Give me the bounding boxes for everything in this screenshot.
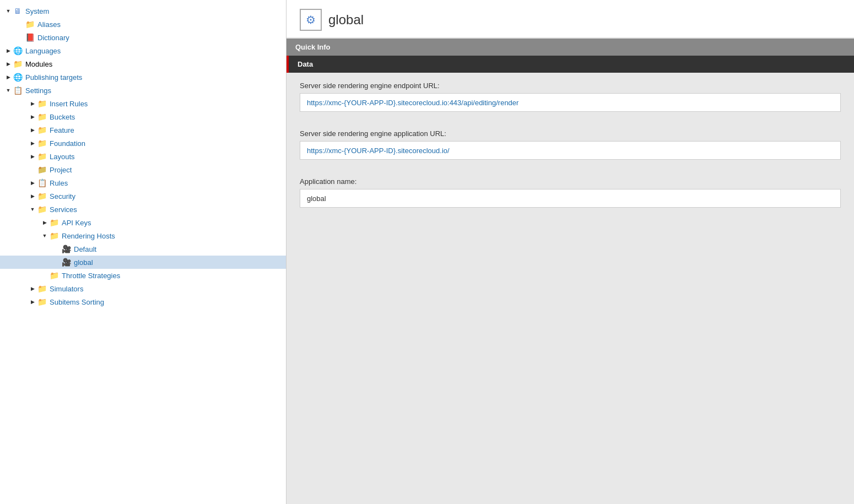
tree-item-system[interactable]: ▼🖥System [0, 4, 286, 18]
tree-item-throttle-strategies[interactable]: 📁Throttle Strategies [0, 269, 286, 282]
tree-toggle[interactable]: ▶ [29, 127, 36, 133]
tree-item-global[interactable]: 🎥global [0, 256, 286, 269]
layouts-label: Layouts [50, 153, 75, 161]
foundation-icon: 📁 [36, 138, 47, 148]
tree-toggle[interactable]: ▶ [41, 220, 48, 225]
data-section[interactable]: Data [287, 56, 854, 73]
settings-label: Settings [25, 86, 51, 95]
foundation-label: Foundation [50, 139, 85, 148]
tree-item-feature[interactable]: ▶📁Feature [0, 123, 286, 137]
tree-item-services[interactable]: ▼📁Services [0, 203, 286, 216]
simulators-label: Simulators [50, 285, 83, 293]
security-label: Security [50, 192, 75, 200]
tree-item-subitems-sorting[interactable]: ▶📁Subitems Sorting [0, 295, 286, 308]
tree-item-dictionary[interactable]: 📕Dictionary [0, 31, 286, 44]
tree-item-rendering-hosts[interactable]: ▼📁Rendering Hosts [0, 229, 286, 242]
tree-toggle[interactable]: ▶ [29, 299, 36, 305]
tree-item-languages[interactable]: ▶🌐Languages [0, 44, 286, 57]
tree-toggle[interactable]: ▶ [4, 48, 12, 53]
system-icon: 🖥 [12, 6, 23, 16]
project-label: Project [50, 166, 72, 174]
tree-item-foundation[interactable]: ▶📁Foundation [0, 137, 286, 150]
field-value-app-name[interactable]: global [300, 189, 841, 208]
rules-icon: 📋 [36, 178, 47, 188]
api-keys-icon: 📁 [48, 218, 60, 227]
security-icon: 📁 [36, 191, 47, 201]
field-label-ssr-app-url: Server side rendering engine application… [300, 129, 841, 138]
feature-icon: 📁 [36, 125, 47, 135]
buckets-icon: 📁 [36, 112, 47, 122]
quick-info-section[interactable]: Quick Info [287, 39, 854, 56]
tree-panel[interactable]: ▼🖥System📁Aliases📕Dictionary▶🌐Languages▶📁… [0, 0, 287, 504]
rules-label: Rules [50, 179, 68, 187]
insert-rules-label: Insert Rules [50, 100, 88, 108]
settings-icon: 📋 [12, 85, 23, 95]
content-area: Server side rendering engine endpoint UR… [287, 73, 854, 504]
publishing-targets-icon: 🌐 [12, 72, 23, 82]
global-label: global [74, 258, 93, 267]
tree-toggle[interactable]: ▶ [29, 101, 36, 106]
tree-toggle[interactable]: ▶ [4, 61, 12, 67]
tree-item-project[interactable]: 📁Project [0, 163, 286, 176]
subitems-sorting-icon: 📁 [36, 297, 47, 307]
system-label: System [25, 7, 49, 15]
tree-toggle[interactable]: ▶ [4, 74, 12, 80]
tree-toggle[interactable]: ▶ [29, 286, 36, 291]
field-value-ssr-app-url[interactable]: https://xmc-{YOUR-APP-ID}.sitecorecloud.… [300, 141, 841, 160]
tree-toggle[interactable]: ▼ [29, 207, 36, 212]
field-label-app-name: Application name: [300, 177, 841, 186]
tree-item-settings[interactable]: ▼📋Settings [0, 84, 286, 97]
tree-toggle[interactable]: ▶ [29, 154, 36, 159]
tree-toggle[interactable]: ▶ [29, 140, 36, 146]
rendering-hosts-icon: 📁 [48, 231, 60, 241]
default-icon: 🎥 [61, 244, 72, 254]
aliases-label: Aliases [37, 20, 61, 29]
page-header: ⚙ global [287, 0, 854, 39]
tree-item-buckets[interactable]: ▶📁Buckets [0, 110, 286, 123]
tree-toggle[interactable]: ▼ [4, 88, 12, 93]
throttle-strategies-icon: 📁 [48, 270, 60, 280]
project-icon: 📁 [36, 165, 47, 175]
modules-label: Modules [25, 60, 52, 68]
tree-item-aliases[interactable]: 📁Aliases [0, 18, 286, 31]
tree-toggle[interactable]: ▶ [29, 114, 36, 120]
tree-item-rules[interactable]: ▶📋Rules [0, 176, 286, 189]
layouts-icon: 📁 [36, 151, 47, 161]
tree-item-simulators[interactable]: ▶📁Simulators [0, 282, 286, 295]
field-group-ssr-endpoint-url: Server side rendering engine endpoint UR… [287, 73, 854, 112]
detail-panel: ⚙ global Quick Info Data Server side ren… [287, 0, 854, 504]
tree-item-publishing-targets[interactable]: ▶🌐Publishing targets [0, 71, 286, 84]
page-title: global [328, 12, 364, 28]
tree-toggle[interactable]: ▼ [4, 8, 12, 14]
publishing-targets-label: Publishing targets [25, 73, 82, 82]
default-label: Default [74, 245, 96, 253]
api-keys-label: API Keys [62, 219, 91, 227]
buckets-label: Buckets [50, 113, 75, 121]
throttle-strategies-label: Throttle Strategies [62, 272, 120, 280]
tree-item-default[interactable]: 🎥Default [0, 242, 286, 256]
item-icon: ⚙ [300, 9, 322, 31]
tree-toggle[interactable]: ▶ [29, 193, 36, 199]
tree-item-insert-rules[interactable]: ▶📁Insert Rules [0, 97, 286, 110]
insert-rules-icon: 📁 [36, 99, 47, 109]
simulators-icon: 📁 [36, 284, 47, 294]
tree-toggle[interactable]: ▼ [41, 233, 48, 239]
services-icon: 📁 [36, 204, 47, 214]
aliases-icon: 📁 [24, 19, 35, 29]
rendering-hosts-label: Rendering Hosts [62, 232, 115, 240]
tree-item-api-keys[interactable]: ▶📁API Keys [0, 216, 286, 229]
gear-icon: ⚙ [306, 13, 316, 26]
languages-icon: 🌐 [12, 46, 23, 56]
feature-label: Feature [50, 126, 74, 134]
subitems-sorting-label: Subitems Sorting [50, 298, 104, 306]
tree-item-modules[interactable]: ▶📁Modules [0, 57, 286, 71]
modules-icon: 📁 [12, 59, 23, 69]
field-value-ssr-endpoint-url[interactable]: https://xmc-{YOUR-APP-ID}.sitecorecloud.… [300, 93, 841, 112]
tree-item-layouts[interactable]: ▶📁Layouts [0, 150, 286, 163]
tree-item-security[interactable]: ▶📁Security [0, 189, 286, 203]
dictionary-icon: 📕 [24, 32, 35, 42]
dictionary-label: Dictionary [37, 34, 69, 42]
field-group-app-name: Application name:global [287, 169, 854, 208]
tree-toggle[interactable]: ▶ [29, 180, 36, 186]
global-icon: 🎥 [61, 257, 72, 267]
